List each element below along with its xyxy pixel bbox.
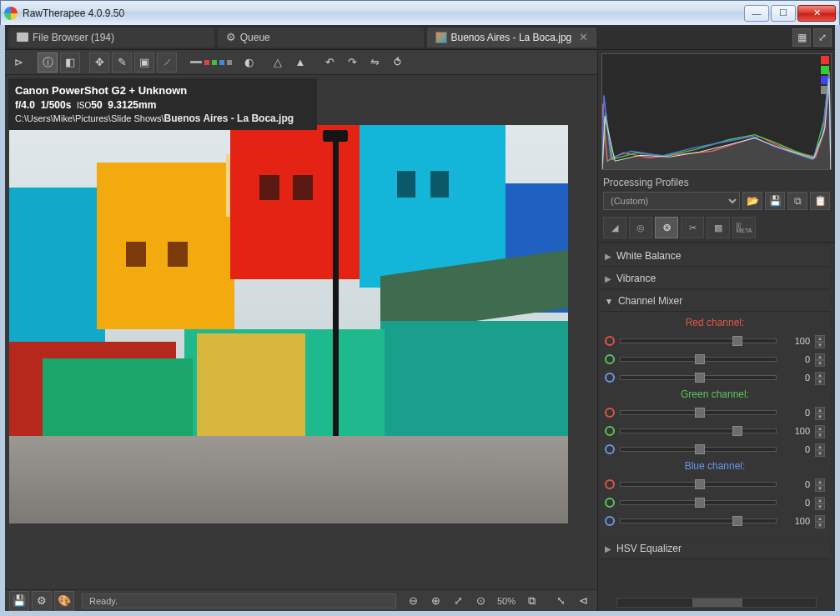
- gears-icon: ⚙: [226, 31, 236, 43]
- ring-blue-icon: [605, 516, 615, 526]
- blue-r-spinner[interactable]: ▲▼: [815, 478, 825, 490]
- blue-b-value: 100: [782, 516, 810, 526]
- clipping-indicators[interactable]: [186, 60, 236, 65]
- red-b-value: 0: [782, 373, 810, 383]
- hand-tool-button[interactable]: ✥: [89, 53, 109, 73]
- flip-v-button[interactable]: ⥀: [387, 53, 407, 73]
- transform-icon: ✂: [689, 223, 697, 233]
- panel-hsv-equalizer[interactable]: ▶ HSV Equalizer: [600, 538, 830, 559]
- window-close-button[interactable]: ✕: [797, 5, 836, 22]
- red-g-value: 0: [782, 354, 810, 364]
- folder-icon: [17, 33, 28, 42]
- profile-select[interactable]: (Custom): [603, 192, 740, 210]
- app-icon: [4, 7, 18, 20]
- profile-load-button[interactable]: 📂: [742, 192, 762, 210]
- folder-open-icon: 📂: [747, 195, 759, 207]
- tab-file-browser[interactable]: File Browser (194): [8, 28, 214, 48]
- zoom-level: 50%: [494, 596, 519, 606]
- save-icon: 💾: [13, 594, 26, 607]
- green-b-value: 0: [782, 444, 810, 454]
- red-r-spinner[interactable]: ▲▼: [815, 335, 825, 347]
- picker-tool-button[interactable]: ✎: [112, 53, 132, 73]
- histogram[interactable]: [601, 53, 832, 170]
- red-b-slider[interactable]: [620, 375, 777, 380]
- tab-raw[interactable]: ▩: [707, 217, 730, 238]
- green-b-spinner[interactable]: ▲▼: [815, 443, 825, 455]
- horizontal-scrollbar[interactable]: [616, 598, 817, 608]
- red-g-spinner[interactable]: ▲▼: [815, 353, 825, 365]
- red-g-slider[interactable]: [620, 357, 777, 362]
- eyedropper-icon: ✎: [118, 56, 127, 68]
- green-r-slider[interactable]: [620, 410, 777, 415]
- info-path: C:\Users\Mike\Pictures\Slide Shows\Bueno…: [15, 112, 310, 125]
- warn-dark-icon: ▲: [295, 56, 306, 68]
- blue-r-slider[interactable]: [620, 482, 777, 487]
- before-after-button[interactable]: ◧: [60, 53, 80, 73]
- panel-white-balance[interactable]: ▶ White Balance: [600, 246, 830, 267]
- left-panel-toggle[interactable]: ⊳: [8, 53, 28, 73]
- edit-external-button[interactable]: 🎨: [54, 591, 74, 611]
- close-icon[interactable]: ✕: [579, 31, 588, 43]
- queue-add-button[interactable]: ⚙: [32, 591, 52, 611]
- layout-toggle-button[interactable]: ▦: [792, 28, 811, 47]
- zoom-out-button[interactable]: ⊖: [404, 591, 424, 611]
- rotate-left-button[interactable]: ↶: [319, 53, 340, 73]
- tool-category-tabs: ◢ ◎ ❂ ✂ ▩ |||META: [598, 213, 835, 243]
- fullscreen-toggle-button[interactable]: ⤢: [813, 28, 832, 47]
- rotate-right-button[interactable]: ↷: [342, 53, 362, 73]
- zoom-100-button[interactable]: ⊙: [471, 591, 491, 611]
- image-preview-area[interactable]: Canon PowerShot G2 + Unknown f/4.0 1/500…: [5, 75, 597, 589]
- editor-bottom-bar: 💾 ⚙ 🎨 Ready. ⊖ ⊕ ⤢ ⊙ 50% ⧉ ⤡ ⊲: [5, 589, 597, 611]
- red-b-spinner[interactable]: ▲▼: [815, 372, 825, 383]
- tab-transform[interactable]: ✂: [681, 217, 704, 238]
- tab-image[interactable]: Buenos Aires - La Boca.jpg ✕: [427, 28, 597, 48]
- main-tab-strip: File Browser (194) ⚙ Queue Buenos Aires …: [5, 25, 835, 50]
- green-g-spinner[interactable]: ▲▼: [815, 425, 825, 437]
- green-r-spinner[interactable]: ▲▼: [815, 407, 825, 418]
- window-maximize-button[interactable]: ☐: [771, 5, 796, 22]
- channel-mixer-body: Red channel: 100▲▼ 0▲▼ 0▲▼ Green channel…: [600, 312, 830, 537]
- highlight-clip-button[interactable]: △: [268, 53, 288, 73]
- tab-queue[interactable]: ⚙ Queue: [218, 28, 424, 48]
- crop-tool-button[interactable]: ▣: [134, 53, 154, 73]
- flip-h-button[interactable]: ⇋: [365, 53, 385, 73]
- toggle-panels-button[interactable]: ⤡: [551, 591, 571, 611]
- profile-copy-button[interactable]: ⧉: [787, 192, 807, 210]
- rotate-left-icon: ↶: [325, 56, 334, 68]
- panel-channel-mixer[interactable]: ▼ Channel Mixer: [600, 291, 830, 312]
- red-r-slider[interactable]: [620, 338, 777, 343]
- profile-paste-button[interactable]: 📋: [810, 192, 830, 210]
- window-minimize-button[interactable]: —: [744, 5, 769, 22]
- straighten-tool-button[interactable]: ⟋: [157, 53, 177, 73]
- panel-channel-mixer-label: Channel Mixer: [618, 295, 682, 307]
- chevron-right-icon: ▶: [605, 252, 611, 261]
- save-icon: 💾: [769, 195, 782, 207]
- blue-g-spinner[interactable]: ▲▼: [815, 497, 825, 508]
- blue-b-slider[interactable]: [620, 518, 777, 523]
- zoom-fit-button[interactable]: ⤢: [449, 591, 469, 611]
- right-panel-toggle[interactable]: ⊲: [573, 591, 593, 611]
- green-b-slider[interactable]: [620, 447, 777, 452]
- green-g-slider[interactable]: [620, 428, 777, 433]
- soft-proof-button[interactable]: ◐: [239, 53, 259, 73]
- right-scrollbar-area: [598, 594, 835, 611]
- copy-icon: ⧉: [794, 195, 802, 207]
- tab-exposure[interactable]: ◢: [603, 217, 626, 238]
- tool-panels[interactable]: ▶ White Balance ▶ Vibrance ▼ Channel Mix…: [598, 243, 835, 594]
- raw-icon: ▩: [714, 223, 722, 233]
- shadow-clip-button[interactable]: ▲: [290, 53, 310, 73]
- blue-r-value: 0: [782, 479, 810, 489]
- save-button[interactable]: 💾: [9, 591, 29, 611]
- panel-vibrance[interactable]: ▶ Vibrance: [600, 268, 830, 289]
- profile-save-button[interactable]: 💾: [765, 192, 785, 210]
- tab-detail[interactable]: ◎: [629, 217, 652, 238]
- blue-b-spinner[interactable]: ▲▼: [815, 515, 825, 527]
- new-detail-window-button[interactable]: ⧉: [521, 591, 541, 611]
- tab-color[interactable]: ❂: [655, 217, 678, 238]
- info-button[interactable]: ⓘ: [38, 53, 58, 73]
- status-text: Ready.: [82, 593, 396, 608]
- tab-metadata[interactable]: |||META: [732, 217, 756, 238]
- zoom-in-button[interactable]: ⊕: [426, 591, 446, 611]
- ring-red-icon: [605, 479, 615, 489]
- blue-g-slider[interactable]: [620, 500, 777, 505]
